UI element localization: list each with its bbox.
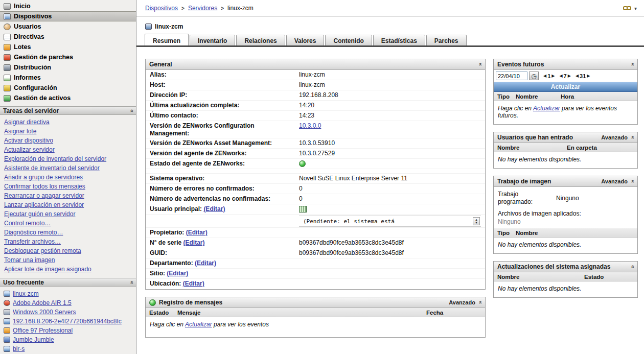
frequent-link[interactable]: Adobe Adobe AIR 1.5 xyxy=(13,299,72,306)
edit-owner-link[interactable]: (Editar) xyxy=(186,229,208,236)
breadcrumb-servidores[interactable]: Servidores xyxy=(188,5,217,12)
advanced-link[interactable]: Avanzado xyxy=(449,299,475,305)
task-asignar-lote[interactable]: Asignar lote xyxy=(4,127,136,136)
frequent-link[interactable]: Office 97 Professional xyxy=(13,327,73,334)
sidebar-item-distribucion[interactable]: Distribución xyxy=(0,62,136,73)
sidebar-item-dispositivos[interactable]: Dispositivos xyxy=(0,11,136,21)
edit-site-link[interactable]: (Editar) xyxy=(167,270,188,277)
user-history-icon[interactable] xyxy=(299,206,307,213)
column-header[interactable]: Estado xyxy=(149,310,177,316)
collapse-icon[interactable]: » xyxy=(129,109,134,112)
edit-serial-link[interactable]: (Editar) xyxy=(183,239,205,246)
tab-relaciones[interactable]: Relaciones xyxy=(236,35,285,45)
task-rearrancar-apagar[interactable]: Rearrancar o apagar servidor xyxy=(4,191,136,200)
task-tomar-imagen[interactable]: Tomar una imagen xyxy=(4,255,136,265)
tab-inventario[interactable]: Inventario xyxy=(190,35,235,45)
server-tasks-section-header[interactable]: Tareas del servidor » xyxy=(0,106,136,115)
column-header[interactable]: Nombre xyxy=(516,93,561,100)
collapse-icon[interactable]: » xyxy=(129,280,134,284)
link-icon[interactable] xyxy=(623,6,632,11)
task-desbloquear-gestion[interactable]: Desbloquear gestión remota xyxy=(4,246,136,255)
tab-valores[interactable]: Valores xyxy=(286,35,325,45)
sidebar-item-gestion-de-activos[interactable]: Gestión de activos xyxy=(0,93,136,103)
frequent-link[interactable]: Windows 2000 Servers xyxy=(13,309,76,316)
task-exploracion-inventario[interactable]: Exploración de inventario del servidor xyxy=(4,154,136,163)
task-activar-dispositivo[interactable]: Activar dispositivo xyxy=(4,136,136,145)
edit-primary-user-link[interactable]: (Editar) xyxy=(203,205,225,213)
actualizar-button[interactable]: Actualizar xyxy=(494,82,637,92)
edit-location-link[interactable]: (Editar) xyxy=(183,280,204,287)
actualizar-link[interactable]: Actualizar xyxy=(533,105,560,112)
next-week-icon[interactable]: ▶ xyxy=(568,74,571,79)
task-control-remoto[interactable]: Control remoto… xyxy=(4,219,136,228)
tab-resumen[interactable]: Resumen xyxy=(145,34,189,45)
top-tools[interactable]: ▾ xyxy=(623,6,637,11)
tab-contenido[interactable]: Contenido xyxy=(325,35,372,45)
column-header[interactable]: Mensaje xyxy=(177,310,426,316)
sidebar-item-inicio[interactable]: Inicio xyxy=(0,1,136,11)
task-transferir-archivos[interactable]: Transferir archivos… xyxy=(4,237,136,246)
zcm-version-link[interactable]: 10.3.0.0 xyxy=(299,122,321,130)
task-asistente-inventario[interactable]: Asistente de inventario del servidor xyxy=(4,163,136,173)
task-actualizar-servidor[interactable]: Actualizar servidor xyxy=(4,145,136,154)
task-asignar-directiva[interactable]: Asignar directiva xyxy=(4,117,136,127)
prev-day-icon[interactable]: ◀ xyxy=(543,74,546,79)
task-anadir-grupo[interactable]: Añadir a grupo de servidores xyxy=(4,173,136,182)
next-day-icon[interactable]: ▶ xyxy=(551,74,555,79)
frequent-link[interactable]: blr-s xyxy=(13,345,25,352)
frequent-link[interactable]: 192.168.8.206-2e4f27720b661944bc8fc xyxy=(13,318,122,325)
calendar-icon[interactable]: ◷ xyxy=(529,72,539,80)
prev-month-icon[interactable]: ◀ xyxy=(576,74,579,79)
collapse-icon[interactable]: » xyxy=(630,136,635,139)
tab-estadisticas[interactable]: Estadísticas xyxy=(373,35,425,45)
frequent-link[interactable]: Jumble Jumble xyxy=(13,336,54,343)
task-lanzar-aplicacion[interactable]: Lanzar aplicación en servidor xyxy=(4,200,136,209)
column-header[interactable]: Fecha xyxy=(426,310,481,316)
column-header[interactable]: Nombre xyxy=(497,274,584,280)
frequent-link[interactable]: linux-zcm xyxy=(13,290,39,297)
column-header[interactable]: Estado xyxy=(584,274,634,280)
page-title: linux-zcm xyxy=(155,23,183,30)
collapse-icon[interactable]: » xyxy=(630,63,635,66)
column-header[interactable]: Hora xyxy=(561,93,634,100)
collapse-icon[interactable]: » xyxy=(630,265,635,268)
column-header[interactable]: Tipo xyxy=(497,93,516,100)
sidebar-item-usuarios[interactable]: Usuarios xyxy=(0,21,136,32)
chevron-down-icon[interactable]: ▾ xyxy=(634,6,637,11)
task-ejecutar-guion[interactable]: Ejecutar guión en servidor xyxy=(4,209,136,219)
breadcrumb-dispositivos[interactable]: Dispositivos xyxy=(145,5,178,12)
server-icon xyxy=(4,346,10,352)
collapse-icon[interactable]: » xyxy=(477,301,482,304)
advanced-link[interactable]: Avanzado xyxy=(601,134,628,140)
task-diagnostico-remoto[interactable]: Diagnóstico remoto… xyxy=(4,228,136,237)
tab-parches[interactable]: Parches xyxy=(426,35,467,45)
collapse-icon[interactable]: » xyxy=(630,180,635,183)
advanced-link[interactable]: Avanzado xyxy=(601,178,628,184)
event-date-input[interactable] xyxy=(496,72,527,80)
task-aplicar-lote-imagen[interactable]: Aplicar lote de imagen asignado xyxy=(4,265,136,274)
collapse-icon[interactable]: » xyxy=(477,63,482,66)
sidebar-item-configuracion[interactable]: Configuración xyxy=(0,83,136,93)
pending-message-text: (Pendiente: el sistema está xyxy=(303,218,395,225)
column-header[interactable]: Tipo xyxy=(497,230,516,236)
sidebar-item-lotes[interactable]: Lotes xyxy=(0,42,136,52)
sidebar: Inicio Dispositivos Usuarios Directivas … xyxy=(0,0,136,354)
field-row-guid: GUID: b09367dbd90fce9ab3653c8dc3e45d8f xyxy=(146,248,485,258)
column-header[interactable]: En carpeta xyxy=(567,145,634,151)
field-row-site: Sitio: (Editar) xyxy=(146,269,485,279)
actualizar-link[interactable]: Actualizar xyxy=(185,321,212,328)
arrow-down-icon[interactable]: ▾ xyxy=(475,221,477,224)
sidebar-item-gestion-de-parches[interactable]: Gestión de parches xyxy=(0,52,136,62)
edit-department-link[interactable]: (Editar) xyxy=(195,259,216,267)
next-month-icon[interactable]: ▶ xyxy=(587,74,590,79)
column-header[interactable]: Nombre xyxy=(516,230,634,236)
task-confirmar-mensajes[interactable]: Confirmar todos los mensajes xyxy=(4,182,136,191)
sidebar-item-informes[interactable]: Informes xyxy=(0,73,136,83)
sidebar-item-directivas[interactable]: Directivas xyxy=(0,32,136,42)
scroll-stepper[interactable]: ▴ ▾ xyxy=(473,217,480,225)
main-column: General » Alias: linux-zcm Host: linux-z… xyxy=(145,59,486,354)
prev-week-icon[interactable]: ◀ xyxy=(559,74,562,79)
application-icon xyxy=(4,327,10,334)
column-header[interactable]: Nombre xyxy=(497,145,567,151)
frequent-use-section-header[interactable]: Uso frecuente » xyxy=(0,278,136,287)
